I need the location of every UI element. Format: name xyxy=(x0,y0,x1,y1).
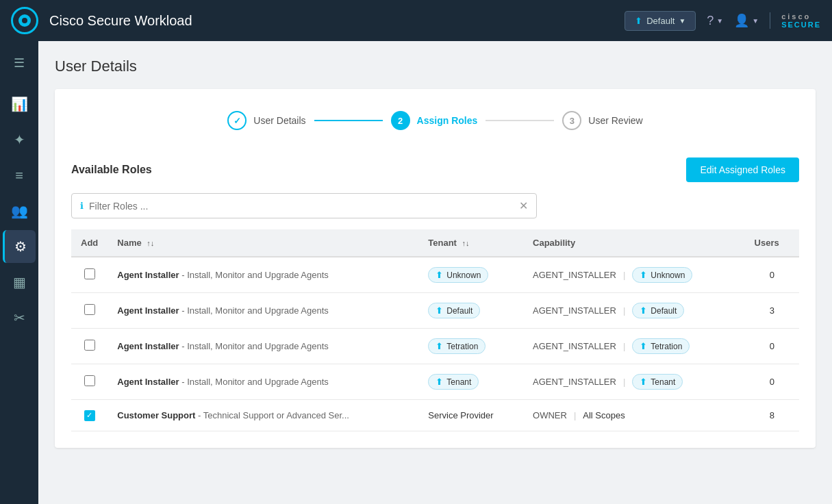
network-icon: ✦ xyxy=(14,131,25,148)
row-add-cell xyxy=(71,257,108,293)
cap-divider: | xyxy=(623,305,625,316)
checkbox-checked[interactable]: ✓ xyxy=(84,410,95,421)
tenant-label: Tenant xyxy=(446,377,471,387)
role-name: Agent Installer xyxy=(117,270,179,280)
sidebar-item-devices[interactable]: ▦ xyxy=(3,266,36,299)
app-logo xyxy=(11,7,38,34)
cap-badge-label: Tetration xyxy=(651,342,682,351)
row-capability-cell: AGENT_INSTALLER|⬆Unknown xyxy=(523,257,745,293)
step3-label: User Review xyxy=(588,115,642,126)
row-users-cell: 0 xyxy=(745,329,799,364)
filter-input[interactable] xyxy=(89,201,519,212)
roles-table-wrap: Add Name ↑↓ Tenant ↑↓ Capability xyxy=(71,229,799,431)
devices-icon: ▦ xyxy=(13,274,26,290)
role-name: Agent Installer xyxy=(117,341,179,351)
table-row: Agent Installer - Install, Monitor and U… xyxy=(71,257,799,293)
cap-badge-icon: ⬆ xyxy=(640,341,647,351)
row-capability-cell: AGENT_INSTALLER|⬆Tetration xyxy=(523,329,745,364)
nav-left: Cisco Secure Workload xyxy=(11,7,192,34)
app-title: Cisco Secure Workload xyxy=(49,13,192,29)
capability-text: AGENT_INSTALLER xyxy=(533,341,616,351)
help-button[interactable]: ? ▼ xyxy=(707,14,723,28)
col-tenant[interactable]: Tenant ↑↓ xyxy=(418,229,523,257)
capability-text: AGENT_INSTALLER xyxy=(533,305,616,316)
tenant-badge: ⬆Tetration xyxy=(428,338,486,354)
main-card: ✓ User Details 2 Assign Roles 3 User Rev… xyxy=(55,89,816,448)
users-count: 0 xyxy=(770,377,774,387)
row-tenant-cell: ⬆Unknown xyxy=(418,257,523,293)
tenant-badge: ⬆Default xyxy=(428,303,480,318)
col-capability: Capability xyxy=(523,229,745,257)
capability-content: AGENT_INSTALLER|⬆Tenant xyxy=(533,374,735,390)
edit-assigned-roles-button[interactable]: Edit Assigned Roles xyxy=(686,158,799,182)
role-name: Agent Installer xyxy=(117,377,179,387)
page-title: User Details xyxy=(55,58,816,75)
row-add-cell xyxy=(71,293,108,329)
cap-badge-label: Tenant xyxy=(651,377,675,387)
role-name: Agent Installer xyxy=(117,305,179,316)
sidebar-menu-toggle[interactable]: ☰ xyxy=(3,47,36,79)
tenant-label: Tetration xyxy=(446,342,478,351)
tenant-badge: ⬆Tenant xyxy=(428,374,479,390)
row-name-cell: Agent Installer - Install, Monitor and U… xyxy=(108,257,418,293)
filter-clear-icon[interactable]: ✕ xyxy=(519,199,528,212)
tenant-label: Unknown xyxy=(446,270,481,280)
roles-title: Available Roles xyxy=(71,164,152,176)
row-checkbox[interactable] xyxy=(84,304,95,315)
cap-badge-icon: ⬆ xyxy=(640,377,647,387)
role-desc: - Install, Monitor and Upgrade Agents xyxy=(181,270,329,280)
row-capability-cell: AGENT_INSTALLER|⬆Default xyxy=(523,293,745,329)
row-users-cell: 8 xyxy=(745,400,799,431)
sidebar-item-tools[interactable]: ✂ xyxy=(3,301,36,334)
sidebar-item-settings[interactable]: ⚙ xyxy=(3,230,36,263)
capability-content: AGENT_INSTALLER|⬆Tetration xyxy=(533,338,735,354)
row-checkbox[interactable] xyxy=(84,268,95,279)
sidebar-item-reports[interactable]: ≡ xyxy=(3,159,36,192)
role-name: Customer Support xyxy=(117,410,195,420)
users-count: 8 xyxy=(770,410,774,420)
filter-info-icon: ℹ xyxy=(80,201,84,211)
roles-header: Available Roles Edit Assigned Roles xyxy=(71,158,799,182)
step2-circle: 2 xyxy=(391,111,410,130)
name-sort-icon: ↑↓ xyxy=(147,239,154,247)
row-name-cell: Customer Support - Technical Support or … xyxy=(108,400,418,431)
cap-divider: | xyxy=(574,410,576,420)
step2-label: Assign Roles xyxy=(417,115,478,126)
row-users-cell: 3 xyxy=(745,293,799,329)
step-user-review: 3 User Review xyxy=(562,111,642,130)
user-button[interactable]: 👤 ▼ xyxy=(734,13,759,28)
col-add: Add xyxy=(71,229,108,257)
role-desc: - Install, Monitor and Upgrade Agents xyxy=(181,377,329,387)
cap-divider: | xyxy=(623,341,625,351)
cisco-brand: cisco SECURE xyxy=(770,12,821,29)
settings-icon: ⚙ xyxy=(14,238,27,255)
row-users-cell: 0 xyxy=(745,257,799,293)
cap-badge-icon: ⬆ xyxy=(640,270,647,280)
sidebar-item-dashboard[interactable]: 📊 xyxy=(3,88,36,121)
sidebar-item-network[interactable]: ✦ xyxy=(3,123,36,156)
table-row: Agent Installer - Install, Monitor and U… xyxy=(71,293,799,329)
col-name[interactable]: Name ↑↓ xyxy=(108,229,418,257)
roles-table: Add Name ↑↓ Tenant ↑↓ Capability xyxy=(71,229,799,431)
row-name-cell: Agent Installer - Install, Monitor and U… xyxy=(108,329,418,364)
row-checkbox[interactable] xyxy=(84,340,95,351)
capability-text: AGENT_INSTALLER xyxy=(533,377,616,387)
capability-text: OWNER xyxy=(533,410,567,420)
step-line-1 xyxy=(314,120,383,121)
default-button[interactable]: ⬆ Default ▼ xyxy=(625,11,696,31)
users-count: 0 xyxy=(770,341,774,351)
users-count: 3 xyxy=(770,305,774,316)
role-desc: - Install, Monitor and Upgrade Agents xyxy=(181,305,329,316)
cap-badge-label: Unknown xyxy=(651,270,685,280)
tools-icon: ✂ xyxy=(14,310,25,326)
row-tenant-cell: ⬆Tetration xyxy=(418,329,523,364)
step3-circle: 3 xyxy=(562,111,581,130)
top-navigation: Cisco Secure Workload ⬆ Default ▼ ? ▼ 👤 … xyxy=(0,0,832,41)
cap-divider: | xyxy=(623,377,625,387)
capability-badge-text: All Scopes xyxy=(583,410,625,420)
row-add-cell xyxy=(71,364,108,400)
sidebar-item-users[interactable]: 👥 xyxy=(3,194,36,227)
capability-content: AGENT_INSTALLER|⬆Unknown xyxy=(533,267,735,283)
row-checkbox[interactable] xyxy=(84,375,95,386)
tenant-badge: ⬆Unknown xyxy=(428,267,488,283)
